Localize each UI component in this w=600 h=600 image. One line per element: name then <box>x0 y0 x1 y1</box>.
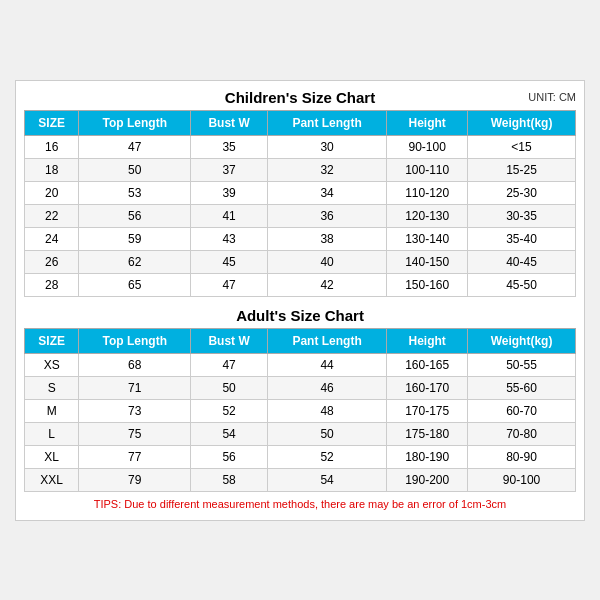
table-cell: 73 <box>79 399 191 422</box>
table-cell: 80-90 <box>468 445 576 468</box>
table-row: L755450175-18070-80 <box>25 422 576 445</box>
table-cell: 32 <box>267 158 386 181</box>
children-col-size: SIZE <box>25 110 79 135</box>
table-cell: 40 <box>267 250 386 273</box>
table-cell: 38 <box>267 227 386 250</box>
table-cell: 34 <box>267 181 386 204</box>
table-cell: 43 <box>191 227 268 250</box>
table-cell: 22 <box>25 204 79 227</box>
adult-col-height: Height <box>387 328 468 353</box>
table-cell: 100-110 <box>387 158 468 181</box>
table-cell: 40-45 <box>468 250 576 273</box>
table-cell: 58 <box>191 468 268 491</box>
table-cell: 30-35 <box>468 204 576 227</box>
table-cell: 90-100 <box>387 135 468 158</box>
table-cell: 50 <box>267 422 386 445</box>
table-cell: 39 <box>191 181 268 204</box>
table-cell: 24 <box>25 227 79 250</box>
table-cell: 48 <box>267 399 386 422</box>
table-cell: 45-50 <box>468 273 576 296</box>
table-cell: 60-70 <box>468 399 576 422</box>
table-cell: 35-40 <box>468 227 576 250</box>
table-cell: 55-60 <box>468 376 576 399</box>
table-cell: 90-100 <box>468 468 576 491</box>
table-cell: 70-80 <box>468 422 576 445</box>
table-row: 26624540140-15040-45 <box>25 250 576 273</box>
children-title-row: Children's Size Chart UNIT: CM <box>24 89 576 106</box>
table-cell: 62 <box>79 250 191 273</box>
table-cell: 160-165 <box>387 353 468 376</box>
chart-container: Children's Size Chart UNIT: CM SIZE Top … <box>15 80 585 521</box>
table-cell: 47 <box>191 353 268 376</box>
table-cell: 170-175 <box>387 399 468 422</box>
table-cell: 30 <box>267 135 386 158</box>
table-cell: 36 <box>267 204 386 227</box>
table-cell: 180-190 <box>387 445 468 468</box>
table-cell: XL <box>25 445 79 468</box>
table-cell: 75 <box>79 422 191 445</box>
table-cell: 37 <box>191 158 268 181</box>
children-col-bust-w: Bust W <box>191 110 268 135</box>
table-cell: 47 <box>191 273 268 296</box>
table-cell: 150-160 <box>387 273 468 296</box>
table-row: XL775652180-19080-90 <box>25 445 576 468</box>
table-cell: 56 <box>79 204 191 227</box>
table-row: 22564136120-13030-35 <box>25 204 576 227</box>
table-cell: 26 <box>25 250 79 273</box>
table-cell: XXL <box>25 468 79 491</box>
table-row: 28654742150-16045-50 <box>25 273 576 296</box>
table-row: XXL795854190-20090-100 <box>25 468 576 491</box>
table-cell: 28 <box>25 273 79 296</box>
table-cell: 15-25 <box>468 158 576 181</box>
table-cell: 120-130 <box>387 204 468 227</box>
children-col-top-length: Top Length <box>79 110 191 135</box>
table-cell: <15 <box>468 135 576 158</box>
table-cell: 50-55 <box>468 353 576 376</box>
table-row: M735248170-17560-70 <box>25 399 576 422</box>
table-row: 24594338130-14035-40 <box>25 227 576 250</box>
table-cell: 25-30 <box>468 181 576 204</box>
table-cell: 20 <box>25 181 79 204</box>
table-cell: 59 <box>79 227 191 250</box>
table-cell: 68 <box>79 353 191 376</box>
table-cell: 175-180 <box>387 422 468 445</box>
adult-col-pant-length: Pant Length <box>267 328 386 353</box>
table-cell: 160-170 <box>387 376 468 399</box>
table-cell: 110-120 <box>387 181 468 204</box>
children-col-pant-length: Pant Length <box>267 110 386 135</box>
table-cell: 54 <box>267 468 386 491</box>
table-cell: 54 <box>191 422 268 445</box>
table-row: XS684744160-16550-55 <box>25 353 576 376</box>
table-cell: 46 <box>267 376 386 399</box>
table-cell: 16 <box>25 135 79 158</box>
table-cell: 35 <box>191 135 268 158</box>
table-cell: 47 <box>79 135 191 158</box>
children-header-row: SIZE Top Length Bust W Pant Length Heigh… <box>25 110 576 135</box>
table-cell: 18 <box>25 158 79 181</box>
table-row: 1647353090-100<15 <box>25 135 576 158</box>
table-cell: S <box>25 376 79 399</box>
table-cell: 44 <box>267 353 386 376</box>
table-cell: L <box>25 422 79 445</box>
table-cell: 77 <box>79 445 191 468</box>
table-cell: 190-200 <box>387 468 468 491</box>
adult-header-row: SIZE Top Length Bust W Pant Length Heigh… <box>25 328 576 353</box>
adult-chart-title: Adult's Size Chart <box>24 301 576 328</box>
table-cell: 56 <box>191 445 268 468</box>
table-cell: 50 <box>79 158 191 181</box>
table-cell: M <box>25 399 79 422</box>
children-col-height: Height <box>387 110 468 135</box>
table-cell: 42 <box>267 273 386 296</box>
table-row: S715046160-17055-60 <box>25 376 576 399</box>
table-cell: 71 <box>79 376 191 399</box>
adult-col-weight: Weight(kg) <box>468 328 576 353</box>
children-chart-title: Children's Size Chart <box>225 89 375 106</box>
unit-label: UNIT: CM <box>528 91 576 103</box>
table-cell: 53 <box>79 181 191 204</box>
adult-col-top-length: Top Length <box>79 328 191 353</box>
adult-col-size: SIZE <box>25 328 79 353</box>
table-cell: 45 <box>191 250 268 273</box>
table-cell: 130-140 <box>387 227 468 250</box>
table-cell: 65 <box>79 273 191 296</box>
table-cell: XS <box>25 353 79 376</box>
